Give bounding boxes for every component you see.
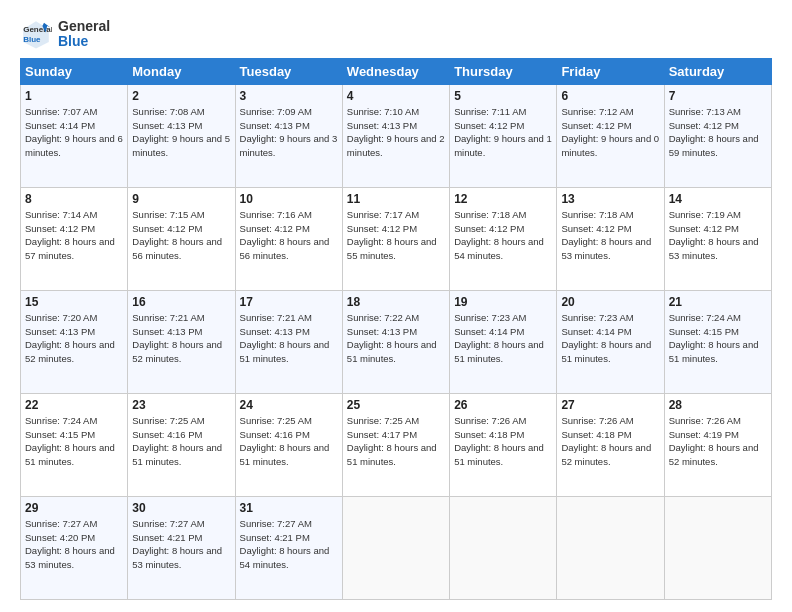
table-row: 16Sunrise: 7:21 AMSunset: 4:13 PMDayligh… <box>128 291 235 394</box>
day-info: Sunrise: 7:23 AMSunset: 4:14 PMDaylight:… <box>561 312 651 364</box>
day-info: Sunrise: 7:08 AMSunset: 4:13 PMDaylight:… <box>132 106 230 158</box>
table-row: 6Sunrise: 7:12 AMSunset: 4:12 PMDaylight… <box>557 85 664 188</box>
table-row: 8Sunrise: 7:14 AMSunset: 4:12 PMDaylight… <box>21 188 128 291</box>
day-info: Sunrise: 7:21 AMSunset: 4:13 PMDaylight:… <box>240 312 330 364</box>
day-number: 16 <box>132 294 230 310</box>
day-number: 2 <box>132 88 230 104</box>
day-number: 27 <box>561 397 659 413</box>
day-number: 12 <box>454 191 552 207</box>
svg-text:General: General <box>23 25 52 34</box>
logo-general: General <box>58 19 110 34</box>
day-number: 30 <box>132 500 230 516</box>
day-info: Sunrise: 7:14 AMSunset: 4:12 PMDaylight:… <box>25 209 115 261</box>
day-info: Sunrise: 7:17 AMSunset: 4:12 PMDaylight:… <box>347 209 437 261</box>
day-number: 15 <box>25 294 123 310</box>
day-number: 29 <box>25 500 123 516</box>
table-row: 22Sunrise: 7:24 AMSunset: 4:15 PMDayligh… <box>21 394 128 497</box>
table-row: 5Sunrise: 7:11 AMSunset: 4:12 PMDaylight… <box>450 85 557 188</box>
day-info: Sunrise: 7:24 AMSunset: 4:15 PMDaylight:… <box>669 312 759 364</box>
table-row: 23Sunrise: 7:25 AMSunset: 4:16 PMDayligh… <box>128 394 235 497</box>
day-number: 1 <box>25 88 123 104</box>
day-info: Sunrise: 7:15 AMSunset: 4:12 PMDaylight:… <box>132 209 222 261</box>
day-info: Sunrise: 7:27 AMSunset: 4:21 PMDaylight:… <box>240 518 330 570</box>
col-tuesday: Tuesday <box>235 59 342 85</box>
day-info: Sunrise: 7:22 AMSunset: 4:13 PMDaylight:… <box>347 312 437 364</box>
table-row: 25Sunrise: 7:25 AMSunset: 4:17 PMDayligh… <box>342 394 449 497</box>
calendar-week-row: 29Sunrise: 7:27 AMSunset: 4:20 PMDayligh… <box>21 497 772 600</box>
col-thursday: Thursday <box>450 59 557 85</box>
table-row: 3Sunrise: 7:09 AMSunset: 4:13 PMDaylight… <box>235 85 342 188</box>
day-number: 24 <box>240 397 338 413</box>
day-info: Sunrise: 7:12 AMSunset: 4:12 PMDaylight:… <box>561 106 659 158</box>
table-row: 11Sunrise: 7:17 AMSunset: 4:12 PMDayligh… <box>342 188 449 291</box>
svg-text:Blue: Blue <box>23 35 41 44</box>
col-monday: Monday <box>128 59 235 85</box>
calendar-week-row: 15Sunrise: 7:20 AMSunset: 4:13 PMDayligh… <box>21 291 772 394</box>
day-info: Sunrise: 7:16 AMSunset: 4:12 PMDaylight:… <box>240 209 330 261</box>
table-row: 30Sunrise: 7:27 AMSunset: 4:21 PMDayligh… <box>128 497 235 600</box>
day-number: 26 <box>454 397 552 413</box>
day-number: 10 <box>240 191 338 207</box>
calendar-header-row: Sunday Monday Tuesday Wednesday Thursday… <box>21 59 772 85</box>
table-row: 2Sunrise: 7:08 AMSunset: 4:13 PMDaylight… <box>128 85 235 188</box>
day-number: 25 <box>347 397 445 413</box>
table-row: 27Sunrise: 7:26 AMSunset: 4:18 PMDayligh… <box>557 394 664 497</box>
table-row: 21Sunrise: 7:24 AMSunset: 4:15 PMDayligh… <box>664 291 771 394</box>
table-row: 26Sunrise: 7:26 AMSunset: 4:18 PMDayligh… <box>450 394 557 497</box>
calendar-week-row: 8Sunrise: 7:14 AMSunset: 4:12 PMDaylight… <box>21 188 772 291</box>
day-number: 4 <box>347 88 445 104</box>
logo-blue: Blue <box>58 34 110 49</box>
day-number: 19 <box>454 294 552 310</box>
day-number: 18 <box>347 294 445 310</box>
day-number: 20 <box>561 294 659 310</box>
day-info: Sunrise: 7:18 AMSunset: 4:12 PMDaylight:… <box>561 209 651 261</box>
calendar-table: Sunday Monday Tuesday Wednesday Thursday… <box>20 58 772 600</box>
table-row: 19Sunrise: 7:23 AMSunset: 4:14 PMDayligh… <box>450 291 557 394</box>
day-info: Sunrise: 7:27 AMSunset: 4:20 PMDaylight:… <box>25 518 115 570</box>
day-info: Sunrise: 7:21 AMSunset: 4:13 PMDaylight:… <box>132 312 222 364</box>
table-row: 31Sunrise: 7:27 AMSunset: 4:21 PMDayligh… <box>235 497 342 600</box>
table-row: 4Sunrise: 7:10 AMSunset: 4:13 PMDaylight… <box>342 85 449 188</box>
table-row <box>450 497 557 600</box>
day-info: Sunrise: 7:27 AMSunset: 4:21 PMDaylight:… <box>132 518 222 570</box>
table-row: 18Sunrise: 7:22 AMSunset: 4:13 PMDayligh… <box>342 291 449 394</box>
day-info: Sunrise: 7:10 AMSunset: 4:13 PMDaylight:… <box>347 106 445 158</box>
calendar-body: 1Sunrise: 7:07 AMSunset: 4:14 PMDaylight… <box>21 85 772 600</box>
col-saturday: Saturday <box>664 59 771 85</box>
table-row: 13Sunrise: 7:18 AMSunset: 4:12 PMDayligh… <box>557 188 664 291</box>
day-number: 23 <box>132 397 230 413</box>
table-row: 24Sunrise: 7:25 AMSunset: 4:16 PMDayligh… <box>235 394 342 497</box>
col-sunday: Sunday <box>21 59 128 85</box>
day-info: Sunrise: 7:09 AMSunset: 4:13 PMDaylight:… <box>240 106 338 158</box>
day-info: Sunrise: 7:25 AMSunset: 4:16 PMDaylight:… <box>132 415 222 467</box>
table-row: 15Sunrise: 7:20 AMSunset: 4:13 PMDayligh… <box>21 291 128 394</box>
day-info: Sunrise: 7:23 AMSunset: 4:14 PMDaylight:… <box>454 312 544 364</box>
table-row <box>557 497 664 600</box>
table-row: 20Sunrise: 7:23 AMSunset: 4:14 PMDayligh… <box>557 291 664 394</box>
day-number: 11 <box>347 191 445 207</box>
calendar-week-row: 22Sunrise: 7:24 AMSunset: 4:15 PMDayligh… <box>21 394 772 497</box>
day-info: Sunrise: 7:25 AMSunset: 4:16 PMDaylight:… <box>240 415 330 467</box>
day-info: Sunrise: 7:26 AMSunset: 4:19 PMDaylight:… <box>669 415 759 467</box>
col-friday: Friday <box>557 59 664 85</box>
logo: General Blue General Blue <box>20 18 110 50</box>
day-number: 6 <box>561 88 659 104</box>
day-number: 22 <box>25 397 123 413</box>
day-number: 5 <box>454 88 552 104</box>
table-row: 17Sunrise: 7:21 AMSunset: 4:13 PMDayligh… <box>235 291 342 394</box>
day-number: 28 <box>669 397 767 413</box>
table-row <box>664 497 771 600</box>
day-number: 14 <box>669 191 767 207</box>
table-row: 12Sunrise: 7:18 AMSunset: 4:12 PMDayligh… <box>450 188 557 291</box>
table-row: 1Sunrise: 7:07 AMSunset: 4:14 PMDaylight… <box>21 85 128 188</box>
table-row: 14Sunrise: 7:19 AMSunset: 4:12 PMDayligh… <box>664 188 771 291</box>
col-wednesday: Wednesday <box>342 59 449 85</box>
table-row: 10Sunrise: 7:16 AMSunset: 4:12 PMDayligh… <box>235 188 342 291</box>
day-info: Sunrise: 7:11 AMSunset: 4:12 PMDaylight:… <box>454 106 552 158</box>
table-row: 9Sunrise: 7:15 AMSunset: 4:12 PMDaylight… <box>128 188 235 291</box>
page-header: General Blue General Blue <box>20 18 772 50</box>
day-info: Sunrise: 7:19 AMSunset: 4:12 PMDaylight:… <box>669 209 759 261</box>
table-row: 28Sunrise: 7:26 AMSunset: 4:19 PMDayligh… <box>664 394 771 497</box>
day-info: Sunrise: 7:24 AMSunset: 4:15 PMDaylight:… <box>25 415 115 467</box>
day-number: 3 <box>240 88 338 104</box>
